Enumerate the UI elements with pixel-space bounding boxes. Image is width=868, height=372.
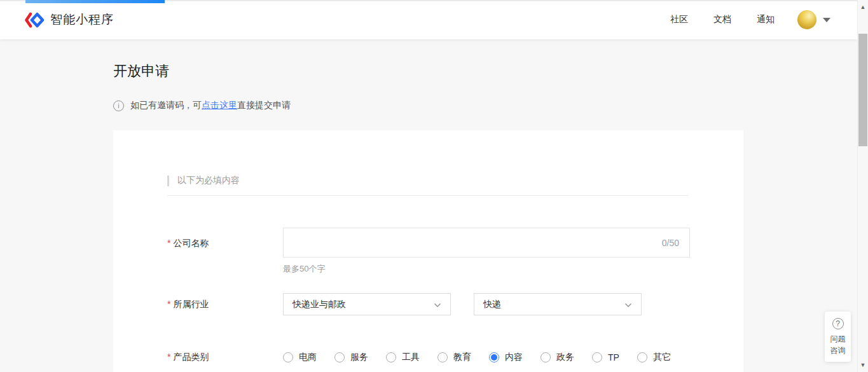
radio-icon — [541, 352, 551, 362]
char-counter: 0/50 — [662, 238, 679, 248]
click-here-link[interactable]: 点击这里 — [202, 100, 237, 111]
company-name-input-wrapper: 0/50 — [283, 228, 690, 258]
section-title: 以下为必填内容 — [177, 175, 240, 186]
help-text-line1: 问题 — [825, 333, 851, 345]
radio-option-tp[interactable]: TP — [592, 352, 619, 362]
product-category-label: *产品类别 — [167, 351, 283, 363]
radio-option-content[interactable]: 内容 — [489, 352, 523, 363]
help-consult-button[interactable]: ? 问题 咨询 — [825, 312, 851, 362]
company-name-label: *公司名称 — [167, 228, 283, 275]
nav-item-community[interactable]: 社区 — [670, 14, 688, 25]
industry-secondary-select[interactable]: 快递 — [474, 293, 642, 315]
page-loading-progress-bar — [25, 0, 165, 3]
smart-miniprogram-logo-icon — [24, 12, 44, 28]
page-title: 开放申请 — [113, 62, 857, 80]
chevron-down-icon — [434, 300, 441, 310]
industry-label: *所属行业 — [167, 293, 283, 315]
industry-row: *所属行业 快递业与邮政 快递 — [167, 293, 743, 315]
required-section-header: 以下为必填内容 — [167, 175, 743, 186]
industry-primary-select[interactable]: 快递业与邮政 — [283, 293, 451, 315]
account-menu[interactable] — [797, 10, 830, 29]
product-category-row: *产品类别 电商 服务 工具 — [167, 351, 743, 363]
required-asterisk: * — [167, 352, 170, 362]
section-accent-bar — [167, 176, 169, 186]
avatar[interactable] — [797, 10, 816, 29]
radio-icon — [283, 352, 293, 362]
app-title: 智能小程序 — [50, 11, 114, 28]
radio-option-other[interactable]: 其它 — [637, 352, 671, 363]
notice-text-suffix: 直接提交申请 — [237, 100, 291, 111]
industry-primary-value: 快递业与邮政 — [293, 299, 434, 310]
radio-icon — [386, 352, 396, 362]
scrollbar-thumb[interactable] — [858, 34, 867, 146]
product-category-radio-group: 电商 服务 工具 教育 — [283, 351, 689, 363]
radio-option-government[interactable]: 政务 — [541, 352, 574, 363]
header-nav: 社区 文档 通知 — [645, 10, 830, 29]
nav-item-notifications[interactable]: 通知 — [757, 14, 775, 25]
radio-icon — [489, 352, 499, 362]
invite-code-notice: i 如已有邀请码，可点击这里直接提交申请 — [113, 100, 857, 111]
radio-option-tool[interactable]: 工具 — [386, 352, 420, 363]
company-name-input[interactable] — [294, 238, 656, 248]
info-icon: i — [113, 100, 124, 111]
section-divider — [167, 195, 689, 196]
question-icon: ? — [832, 318, 844, 329]
scroll-up-icon[interactable]: ▲ — [858, 4, 868, 10]
vertical-scrollbar[interactable]: ▲ ▼ — [857, 0, 868, 372]
radio-icon — [592, 352, 602, 362]
radio-option-ecommerce[interactable]: 电商 — [283, 352, 317, 363]
help-text-line2: 咨询 — [825, 345, 851, 356]
required-asterisk: * — [167, 299, 170, 309]
required-asterisk: * — [167, 238, 170, 248]
scroll-down-icon[interactable]: ▼ — [858, 362, 868, 368]
radio-icon — [334, 352, 345, 362]
notice-text-prefix: 如已有邀请码，可 — [130, 100, 202, 111]
radio-icon — [637, 352, 647, 362]
company-name-row: *公司名称 0/50 最多50个字 — [167, 228, 743, 275]
application-form-card: 以下为必填内容 *公司名称 0/50 最多50个字 *所属行业 — [113, 130, 743, 372]
radio-option-education[interactable]: 教育 — [437, 352, 471, 363]
main-content: 开放申请 i 如已有邀请码，可点击这里直接提交申请 以下为必填内容 *公司名称 … — [0, 39, 857, 372]
chevron-down-icon — [624, 300, 632, 310]
nav-item-docs[interactable]: 文档 — [713, 14, 731, 25]
radio-icon — [437, 352, 448, 362]
top-header: 智能小程序 社区 文档 通知 — [0, 0, 857, 39]
company-name-helper: 最多50个字 — [283, 263, 690, 275]
caret-down-icon — [823, 18, 830, 22]
app-logo[interactable]: 智能小程序 — [24, 11, 114, 28]
industry-secondary-value: 快递 — [483, 299, 624, 310]
radio-option-service[interactable]: 服务 — [334, 352, 368, 363]
